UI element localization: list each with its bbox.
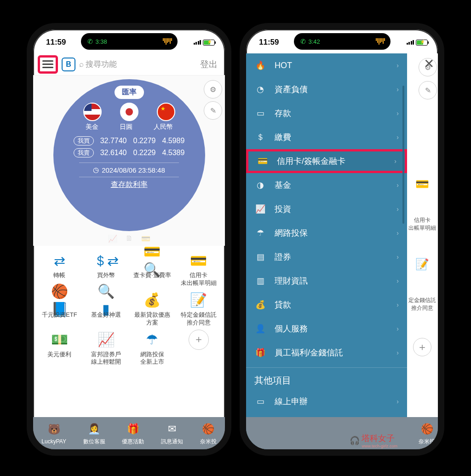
menu-label: 基金 [275, 180, 291, 191]
menu-icon: ☂ [254, 228, 266, 238]
tab-promo[interactable]: 🎁優惠活動 [122, 421, 144, 446]
shortcut-usd[interactable]: 💵美元優利 [37, 330, 82, 366]
menu-item-10[interactable]: 💰貸款› [246, 293, 407, 317]
card-icon[interactable]: 💳 [141, 234, 150, 243]
menu-label: 繳費 [275, 132, 291, 143]
edit-button[interactable]: ✎ [204, 101, 222, 120]
menu-section-other: 其他項目 [246, 367, 407, 389]
rate-value: 0.2279 [133, 137, 155, 145]
voice-bars-icon [376, 38, 385, 45]
menu-item-0[interactable]: 🔥HOT› [246, 53, 407, 77]
tab-bar: 🏀奈米投 [246, 417, 438, 449]
menu-icon: ◔ [254, 84, 266, 94]
flag-us-icon [83, 103, 102, 121]
menu-item-4[interactable]: 💳信用卡/簽帳金融卡› [246, 149, 407, 173]
doc-icon[interactable]: 🗎 [126, 234, 133, 243]
voice-bars-icon [163, 38, 172, 45]
sell-tag: 我賣 [74, 148, 94, 157]
menu-label: HOT [275, 61, 292, 70]
close-menu-button[interactable]: ✕ [424, 56, 434, 71]
chevron-right-icon: › [396, 205, 399, 213]
flag-cn-icon [157, 103, 175, 121]
chevron-right-icon: › [396, 181, 399, 189]
signal-icon [194, 40, 201, 45]
shortcut-trust[interactable]: 📝特定金錢信託 推介同意 [176, 290, 221, 327]
menu-label: 個人服務 [275, 323, 308, 334]
chart-icon[interactable]: 📈 [108, 234, 117, 243]
menu-item-3[interactable]: ＄繳費› [246, 125, 407, 149]
menu-label: 投資 [275, 203, 291, 215]
tab-support[interactable]: 👩‍💼數位客服 [83, 421, 105, 446]
call-icon: ✆ [87, 38, 93, 45]
menu-item-11[interactable]: 👤個人服務› [246, 317, 407, 341]
buy-tag: 我買 [74, 136, 94, 145]
menu-item-5[interactable]: ◑基金› [246, 173, 407, 197]
ghost-label: 定金錢信託 推介同意 [408, 296, 436, 312]
menu-icon: ▭ [254, 108, 266, 118]
rate-value: 32.7740 [100, 137, 127, 145]
shortcut-insurance[interactable]: ☂網路投保 全新上市 [130, 330, 175, 366]
menu-icon: ▥ [254, 276, 266, 286]
menu-item-9[interactable]: ▥理財資訊› [246, 269, 407, 293]
menu-label: 理財資訊 [275, 275, 308, 286]
menu-item-8[interactable]: ▤證券› [246, 245, 407, 269]
chevron-right-icon: › [396, 253, 399, 261]
logout-button[interactable]: 登出 [197, 58, 220, 70]
menu-other-0[interactable]: ▭線上申辦› [246, 389, 407, 413]
search-input[interactable]: ⌕ 搜尋功能 [79, 59, 194, 70]
sell-row: 我賣 32.6140 0.2229 4.5389 [74, 148, 185, 157]
buy-row: 我買 32.7740 0.2279 4.5989 [74, 136, 185, 145]
call-icon: ✆ [300, 38, 306, 45]
signal-icon [407, 40, 414, 45]
tab-nano[interactable]: 🏀奈米投 [200, 421, 217, 446]
shortcut-card-unbilled[interactable]: 💳信用卡 未出帳單明細 [176, 250, 221, 287]
chevron-right-icon: › [394, 157, 396, 165]
ghost-add-icon: ＋ [413, 338, 431, 356]
dynamic-island-right: ✆ 3:42 [294, 33, 391, 50]
shortcut-add[interactable]: ＋ [176, 330, 221, 366]
chevron-right-icon: › [396, 134, 399, 141]
watermark-icon: 🎧 [350, 435, 360, 446]
rate-value: 4.5989 [162, 137, 184, 145]
island-time: 3:42 [309, 38, 320, 45]
menu-item-12[interactable]: 🎁員工福利/金錢信託› [246, 341, 407, 365]
menu-item-1[interactable]: ◔資產負債› [246, 77, 407, 101]
menu-item-7[interactable]: ☂網路投保› [246, 221, 407, 245]
chevron-right-icon: › [396, 110, 399, 117]
menu-icon: 💳 [257, 156, 269, 166]
menu-button[interactable] [38, 55, 58, 74]
tab-nano[interactable]: 🏀奈米投 [419, 421, 435, 446]
currency-names: 美金 日圓 人民幣 [86, 123, 173, 131]
app-bar: B ⌕ 搜尋功能 登出 [33, 53, 225, 75]
settings-button[interactable]: ⚙ [204, 80, 222, 99]
menu-item-2[interactable]: ▭存款› [246, 101, 407, 125]
chevron-right-icon: › [396, 398, 399, 405]
shortcut-securities[interactable]: 📈富邦證券戶 線上輕鬆開 [83, 330, 129, 366]
rate-pill[interactable]: 匯率 [115, 86, 144, 99]
tab-luckypay[interactable]: 🐻LuckyPAY [41, 422, 66, 445]
shortcut-fund[interactable]: 🔍▮基金好神選 [83, 290, 129, 327]
menu-icon: 🎁 [254, 348, 266, 358]
shortcut-card-query[interactable]: 💳🔍查卡費·查費率 [130, 250, 175, 287]
phone-right: ✆ 3:42 11:59 ⚡ ⚙ ✎ 💳 信用卡 出帳單明細 📝 定金錢信託 推… [240, 23, 444, 456]
chevron-right-icon: › [396, 62, 399, 69]
phone-left: ✆ 3:38 11:59 ⚡ B ⌕ 搜尋功能 登出 ⚙ ✎ 匯率 [27, 23, 231, 456]
menu-item-6[interactable]: 📈投資› [246, 197, 407, 221]
menu-label: 線上申辦 [275, 396, 308, 407]
chevron-right-icon: › [396, 349, 399, 356]
chevron-right-icon: › [396, 229, 399, 237]
shortcut-loan[interactable]: 💰最新貸款優惠 方案 [130, 290, 175, 327]
clock: 11:59 [259, 38, 279, 47]
hero-area: ⚙ ✎ 匯率 美金 日圓 人民幣 我買 32.7740 0.2279 4.598… [33, 75, 225, 246]
menu-label: 貸款 [275, 299, 291, 310]
search-icon: ⌕ [79, 60, 84, 69]
menu-icon: ◑ [254, 180, 266, 190]
bank-logo-icon: B [62, 58, 75, 71]
watermark: 🎧 塔科女子 www.tech-girlz.com [350, 433, 397, 448]
tab-notify[interactable]: ✉訊息通知 [161, 421, 183, 446]
edit-button-ghost: ✎ [419, 81, 437, 99]
deposit-rate-link[interactable]: 查存款利率 [111, 180, 148, 190]
menu-icon: 💰 [254, 300, 266, 310]
battery-icon: ⚡ [416, 40, 428, 46]
shortcut-etf[interactable]: 🏀📘千元投資ETF [37, 290, 82, 327]
